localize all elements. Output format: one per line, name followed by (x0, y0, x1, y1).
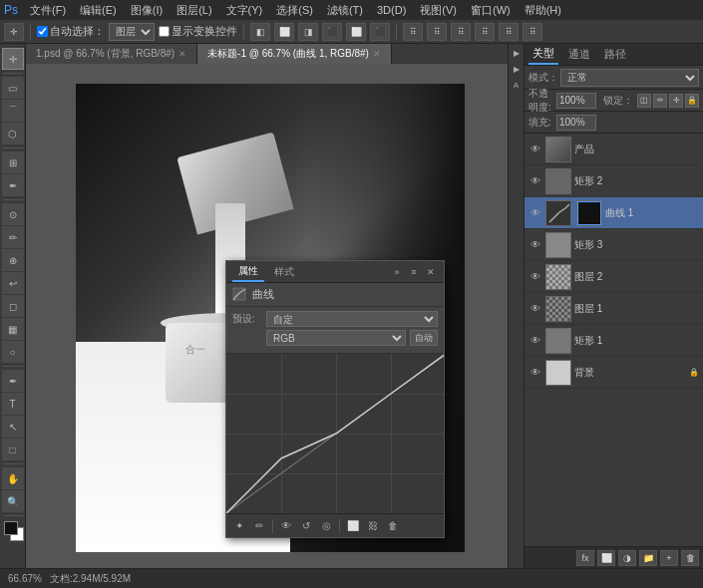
distribute-btn-3[interactable]: ⠿ (451, 23, 471, 41)
curves-mask-icon[interactable]: ⬜ (344, 517, 362, 535)
menu-window[interactable]: 窗口(W) (465, 1, 517, 20)
auto-select-dropdown[interactable]: 图层 组 (109, 23, 155, 41)
auto-btn[interactable]: 自动 (410, 330, 438, 346)
align-bottom-btn[interactable]: ⬛ (370, 23, 390, 41)
curves-tab-style[interactable]: 样式 (268, 263, 300, 281)
brush-tool[interactable]: ✏ (2, 226, 24, 248)
lock-all-btn[interactable]: 🔒 (685, 94, 699, 108)
tab-psd-2[interactable]: 未标题-1 @ 66.7% (曲线 1, RGB/8#) ✕ (197, 44, 392, 64)
tab-psd-1[interactable]: 1.psd @ 66.7% (背景, RGB/8#) ✕ (26, 44, 197, 64)
path-select-tool[interactable]: ↖ (2, 416, 24, 438)
tab-psd-2-close[interactable]: ✕ (373, 49, 381, 59)
history-brush-tool[interactable]: ↩ (2, 272, 24, 294)
channels-tab[interactable]: 通道 (564, 45, 594, 64)
curves-draw-tool[interactable]: ✏ (250, 517, 268, 535)
align-left-btn[interactable]: ◧ (250, 23, 270, 41)
add-group-btn[interactable]: 📁 (639, 550, 657, 566)
text-tool[interactable]: T (2, 393, 24, 415)
menu-layer[interactable]: 图层(L) (171, 1, 217, 20)
auto-select-checkbox[interactable]: 自动选择： (37, 24, 105, 39)
fill-input[interactable] (556, 115, 596, 131)
distribute-btn-6[interactable]: ⠿ (523, 23, 542, 41)
delete-layer-btn[interactable]: 🗑 (681, 550, 699, 566)
eyedropper-tool[interactable]: ✒ (2, 174, 24, 196)
menu-image[interactable]: 图像(I) (125, 1, 169, 20)
gradient-tool[interactable]: ▦ (2, 318, 24, 340)
move-tool-btn[interactable]: ✛ (4, 23, 24, 41)
curves-visibility-icon[interactable]: ◎ (317, 517, 335, 535)
curves-tab-properties[interactable]: 属性 (232, 262, 264, 282)
tab-psd-1-close[interactable]: ✕ (178, 49, 186, 59)
channel-dropdown[interactable]: RGB 红 绿 蓝 (266, 330, 406, 346)
distribute-btn-5[interactable]: ⠿ (499, 23, 519, 41)
lock-pixels-btn[interactable]: ✏ (653, 94, 667, 108)
crop-tool[interactable]: ⊞ (2, 151, 24, 173)
curves-graph[interactable] (226, 354, 444, 513)
layer-item-product[interactable]: 👁 产品 (525, 134, 703, 165)
curves-point-tool[interactable]: ✦ (230, 517, 248, 535)
layer-eye-background[interactable]: 👁 (528, 366, 542, 380)
layer-eye-layer2[interactable]: 👁 (528, 270, 542, 284)
curves-menu-icon[interactable]: ≡ (407, 265, 421, 279)
quick-select-tool[interactable]: ⬡ (2, 123, 24, 145)
panel-toggle-btn-2[interactable]: ▶ (510, 62, 524, 76)
menu-file[interactable]: 文件(F) (24, 1, 72, 20)
layer-eye-curves1[interactable]: 👁 (528, 206, 542, 220)
curves-reset-icon[interactable]: ↺ (297, 517, 315, 535)
menu-text[interactable]: 文字(Y) (220, 1, 269, 20)
preset-dropdown[interactable]: 自定 (266, 311, 438, 327)
layer-eye-rect3[interactable]: 👁 (528, 238, 542, 252)
canvas-viewport[interactable]: 合一 属性 样式 » ≡ ✕ (26, 64, 508, 568)
align-right-btn[interactable]: ◨ (298, 23, 318, 41)
layer-item-curves1[interactable]: 👁 曲线 1 (525, 197, 703, 229)
align-top-btn[interactable]: ⬛ (322, 23, 342, 41)
layer-eye-rect2[interactable]: 👁 (528, 174, 542, 188)
lock-transparent-btn[interactable]: ◫ (637, 94, 651, 108)
lock-position-btn[interactable]: ✛ (669, 94, 683, 108)
opacity-input[interactable] (556, 93, 596, 109)
layer-item-rect2[interactable]: 👁 矩形 2 (525, 165, 703, 197)
eraser-tool[interactable]: ◻ (2, 295, 24, 317)
add-mask-btn[interactable]: ⬜ (597, 550, 615, 566)
menu-3d[interactable]: 3D(D) (371, 2, 412, 18)
menu-view[interactable]: 视图(V) (414, 1, 463, 20)
curves-trash-icon[interactable]: 🗑 (384, 517, 402, 535)
distribute-btn-1[interactable]: ⠿ (403, 23, 423, 41)
menu-edit[interactable]: 编辑(E) (74, 1, 123, 20)
spot-heal-tool[interactable]: ⊙ (2, 203, 24, 225)
layer-item-layer2[interactable]: 👁 图层 2 (525, 261, 703, 293)
panel-toggle-btn-3[interactable]: A (510, 78, 524, 92)
layer-eye-rect1[interactable]: 👁 (528, 334, 542, 348)
layer-item-rect3[interactable]: 👁 矩形 3 (525, 229, 703, 261)
menu-help[interactable]: 帮助(H) (519, 1, 567, 20)
layer-item-rect1[interactable]: 👁 矩形 1 (525, 325, 703, 357)
hand-tool[interactable]: ✋ (2, 467, 24, 489)
fx-btn[interactable]: fx (576, 550, 594, 566)
paths-tab[interactable]: 路径 (600, 45, 630, 64)
align-middle-btn[interactable]: ⬜ (346, 23, 366, 41)
layer-eye-product[interactable]: 👁 (528, 143, 542, 156)
color-picker[interactable] (2, 519, 24, 541)
layer-eye-layer1[interactable]: 👁 (528, 302, 542, 316)
panel-toggle-btn-1[interactable]: ▶ (510, 46, 524, 60)
lasso-tool[interactable]: ⌒ (2, 100, 24, 122)
menu-select[interactable]: 选择(S) (270, 1, 319, 20)
curves-eye-icon[interactable]: 👁 (277, 517, 295, 535)
pen-tool[interactable]: ✒ (2, 370, 24, 392)
layer-item-background[interactable]: 👁 背景 🔒 (525, 357, 703, 389)
layer-item-layer1[interactable]: 👁 图层 1 (525, 293, 703, 325)
curves-expand-icon[interactable]: » (390, 265, 404, 279)
curves-close-icon[interactable]: ✕ (424, 265, 438, 279)
show-transform-checkbox[interactable]: 显示变换控件 (159, 24, 237, 39)
marquee-tool[interactable]: ▭ (2, 77, 24, 99)
add-adjustment-btn[interactable]: ◑ (618, 550, 636, 566)
blend-mode-dropdown[interactable]: 正常 溶解 正片叠底 (560, 69, 699, 87)
menu-filter[interactable]: 滤镜(T) (321, 1, 369, 20)
curves-link-icon[interactable]: ⛓ (364, 517, 382, 535)
shape-tool[interactable]: □ (2, 439, 24, 460)
foreground-color[interactable] (4, 521, 18, 535)
distribute-btn-4[interactable]: ⠿ (475, 23, 495, 41)
dodge-tool[interactable]: ○ (2, 341, 24, 363)
align-center-btn[interactable]: ⬜ (274, 23, 294, 41)
distribute-btn-2[interactable]: ⠿ (427, 23, 447, 41)
